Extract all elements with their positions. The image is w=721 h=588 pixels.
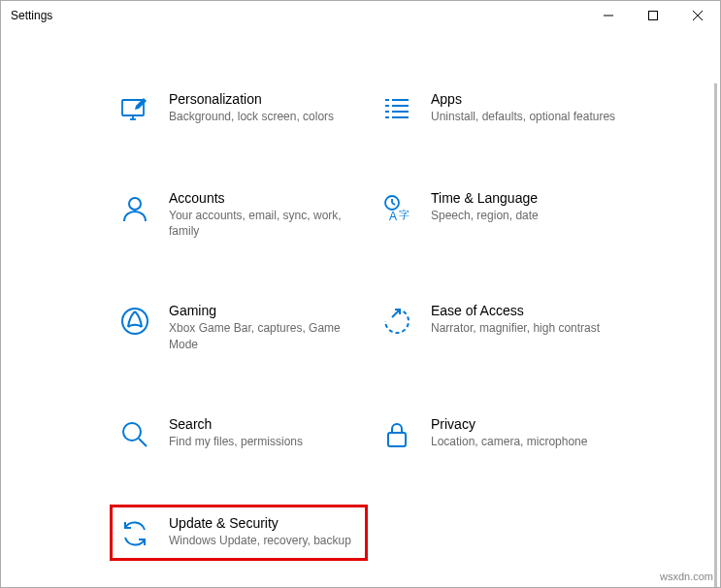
svg-line-18 xyxy=(392,203,395,205)
maximize-button[interactable] xyxy=(631,1,675,30)
category-desc: Find my files, permissions xyxy=(169,434,359,449)
gaming-icon xyxy=(118,305,151,338)
category-desc: Your accounts, email, sync, work, family xyxy=(169,208,359,239)
svg-point-22 xyxy=(123,423,141,441)
category-personalization[interactable]: Personalization Background, lock screen,… xyxy=(113,83,365,134)
category-title: Time & Language xyxy=(431,190,621,206)
content-area: Personalization Background, lock screen,… xyxy=(1,30,720,587)
category-desc: Uninstall, defaults, optional features xyxy=(431,109,621,124)
category-update-security[interactable]: Update & Security Windows Update, recove… xyxy=(110,505,368,561)
category-title: Privacy xyxy=(431,416,621,432)
category-gaming[interactable]: Gaming Xbox Game Bar, captures, Game Mod… xyxy=(113,295,365,359)
category-apps[interactable]: Apps Uninstall, defaults, optional featu… xyxy=(375,83,627,134)
category-title: Personalization xyxy=(169,91,359,107)
window-title: Settings xyxy=(11,9,586,22)
category-desc: Speech, region, date xyxy=(431,208,621,223)
ease-of-access-icon xyxy=(380,305,413,338)
personalization-icon xyxy=(118,93,151,126)
settings-window: Settings Personali xyxy=(0,0,721,588)
category-accounts[interactable]: Accounts Your accounts, email, sync, wor… xyxy=(113,182,365,246)
category-desc: Location, camera, microphone xyxy=(431,434,621,449)
search-icon xyxy=(118,418,151,451)
time-language-icon: A 字 xyxy=(380,192,413,225)
privacy-icon xyxy=(380,418,413,451)
svg-line-23 xyxy=(139,439,147,446)
category-title: Gaming xyxy=(169,303,359,318)
svg-text:A: A xyxy=(389,210,397,223)
category-title: Accounts xyxy=(169,190,359,206)
category-title: Search xyxy=(169,416,359,432)
category-desc: Background, lock screen, colors xyxy=(169,109,359,124)
category-time-language[interactable]: A 字 Time & Language Speech, region, date xyxy=(375,182,627,246)
accounts-icon xyxy=(118,192,151,225)
category-search[interactable]: Search Find my files, permissions xyxy=(113,408,365,459)
category-desc: Xbox Game Bar, captures, Game Mode xyxy=(169,320,359,351)
category-title: Update & Security xyxy=(169,515,359,531)
svg-text:字: 字 xyxy=(399,209,410,220)
svg-point-15 xyxy=(129,198,141,210)
update-security-icon xyxy=(118,517,151,550)
titlebar: Settings xyxy=(1,1,720,30)
minimize-button[interactable] xyxy=(586,1,631,30)
category-privacy[interactable]: Privacy Location, camera, microphone xyxy=(375,408,627,459)
apps-icon xyxy=(380,93,413,126)
category-title: Ease of Access xyxy=(431,303,621,318)
watermark: wsxdn.com xyxy=(660,571,713,582)
category-grid: Personalization Background, lock screen,… xyxy=(113,83,681,558)
scrollbar[interactable] xyxy=(714,83,717,587)
svg-rect-1 xyxy=(649,12,658,20)
category-title: Apps xyxy=(431,91,621,107)
category-ease-of-access[interactable]: Ease of Access Narrator, magnifier, high… xyxy=(375,295,627,359)
category-desc: Windows Update, recovery, backup xyxy=(169,533,359,548)
close-button[interactable] xyxy=(675,1,720,30)
svg-rect-24 xyxy=(388,433,406,446)
category-desc: Narrator, magnifier, high contrast xyxy=(431,320,621,336)
